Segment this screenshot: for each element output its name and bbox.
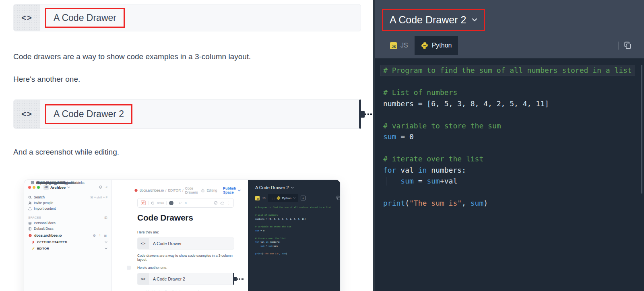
- embedded-screenshot: AR Archbee « Search ⌘ + shift + F Invite…: [24, 180, 340, 291]
- connector-dashed-line: [365, 114, 373, 115]
- sidebar-item-workspace[interactable]: docs.archbee.io ⚙ ⋮ ⊞: [28, 233, 107, 238]
- doc-badge[interactable]: P: [141, 200, 146, 205]
- collapse-sidebar-icon[interactable]: «: [105, 185, 107, 189]
- copy-icon[interactable]: [336, 196, 340, 200]
- connector-handle[interactable]: [360, 111, 365, 118]
- add-tab-button[interactable]: +: [301, 196, 305, 200]
- drawer-title[interactable]: A Code Drawer 2: [54, 109, 124, 120]
- sidebar-item-search[interactable]: Search ⌘ + shift + F: [28, 194, 107, 200]
- mini-doc-toolbar: P 0min 0 ⋮: [137, 198, 234, 208]
- code-area: # Program to find the sum of all numbers…: [375, 58, 644, 291]
- mini-code-block: # Program to find the sum of all numbers…: [255, 206, 340, 256]
- mini-breadcrumb: docs.archbee.io / EDITOR / Code Drawers …: [134, 186, 241, 194]
- code-icon: <>: [14, 100, 40, 128]
- code-icon: <>: [138, 238, 149, 249]
- avatar-icon: [28, 221, 32, 225]
- connector-dashed-line: [237, 279, 244, 280]
- chevron-down-icon: [105, 248, 107, 250]
- editing-status: Editing: [206, 188, 217, 192]
- screenshot-root: <> A Code Drawer Code drawers are a way …: [0, 0, 644, 291]
- chevron-down-icon: [293, 197, 295, 199]
- scrollbar[interactable]: [641, 65, 642, 194]
- mini-paragraph: Here's another one.: [137, 266, 241, 270]
- traffic-light-minimize[interactable]: [33, 186, 35, 189]
- traffic-light-close[interactable]: [28, 186, 31, 189]
- mini-tab-js[interactable]: JS: [262, 196, 266, 200]
- rocket-icon: [31, 240, 35, 244]
- check-circle-icon[interactable]: [214, 201, 218, 205]
- upload-icon: [28, 207, 32, 211]
- mini-doc-title[interactable]: Code Drawers: [137, 213, 241, 223]
- sidebar-section-spaces: SPACES ⊞: [28, 215, 107, 220]
- tab-js[interactable]: JS JS: [384, 36, 415, 55]
- divider: [137, 226, 234, 226]
- search-icon: [28, 196, 32, 199]
- drawer-selector[interactable]: A Code Drawer 2: [382, 9, 485, 31]
- app-name[interactable]: Archbee: [50, 185, 66, 190]
- code-icon: <>: [14, 4, 40, 31]
- views-icon: [179, 201, 182, 205]
- annotation-red-box: A Code Drawer 2: [45, 104, 132, 124]
- mini-editor: docs.archbee.io / EDITOR / Code Drawers …: [112, 180, 248, 291]
- divider: [618, 41, 619, 50]
- code-block: # Program to find the sum of all numbers…: [383, 65, 644, 209]
- archbee-mascot-icon: [28, 233, 32, 237]
- paragraph: Here's another one.: [13, 75, 80, 84]
- person-plus-icon: [28, 201, 32, 205]
- mini-code-panel: A Code Drawer 2 JS JS ⋮⋮ Python + # Prog…: [248, 180, 340, 291]
- tab-python[interactable]: Python: [415, 36, 458, 55]
- sidebar-section-getting-started[interactable]: GETTING STARTED: [28, 239, 107, 245]
- mini-drawer-selector[interactable]: A Code Drawer 2: [255, 185, 340, 190]
- code-icon: <>: [138, 273, 149, 285]
- panel-title: A Code Drawer 2: [390, 14, 466, 26]
- python-icon: [421, 42, 428, 49]
- mini-tab-python[interactable]: ⋮⋮ Python: [268, 194, 298, 202]
- sidebar-item-invite[interactable]: Invite people: [28, 200, 107, 206]
- bell-icon[interactable]: [99, 185, 103, 189]
- chevron-down-icon: [472, 18, 477, 22]
- python-icon: [277, 196, 281, 200]
- book-icon: [28, 227, 32, 231]
- lock-icon: [201, 188, 205, 192]
- kebab-menu-icon[interactable]: ⋮: [227, 201, 230, 205]
- mini-paragraph: Here they are:: [137, 230, 241, 234]
- sidebar-item-import[interactable]: Import content: [28, 206, 107, 211]
- js-icon: JS: [390, 42, 397, 49]
- publish-space-button[interactable]: Publish Space: [223, 186, 236, 194]
- mini-code-drawer-2[interactable]: <> A Code Drawer 2: [137, 273, 234, 285]
- copy-icon[interactable]: [623, 41, 632, 50]
- views-count: 0: [185, 201, 186, 205]
- sidebar-item-personal-docs[interactable]: Personal docs: [28, 220, 107, 226]
- paragraph: And a screenshot while editing.: [13, 148, 119, 157]
- document-editor: <> A Code Drawer Code drawers are a way …: [0, 0, 373, 291]
- add-space-icon[interactable]: ⊞: [104, 216, 107, 220]
- clock-icon: [151, 201, 155, 205]
- workspace-actions[interactable]: ⚙ ⋮ ⊞: [93, 234, 107, 237]
- page-icon: [31, 181, 34, 184]
- annotation-red-box: A Code Drawer: [45, 8, 125, 28]
- mini-code-drawer-1[interactable]: <> A Code Drawer: [137, 237, 234, 250]
- traffic-light-zoom[interactable]: [37, 186, 40, 189]
- mini-sidebar: AR Archbee « Search ⌘ + shift + F Invite…: [24, 180, 112, 291]
- search-shortcut: ⌘ + shift + F: [90, 196, 107, 199]
- mini-paragraph: Code drawers are a way to show code exam…: [137, 254, 241, 262]
- connector-handle[interactable]: [234, 277, 237, 281]
- sidebar-section-editor[interactable]: EDITOR: [28, 246, 107, 251]
- pencil-icon: [31, 247, 35, 250]
- sidebar-item-default-docs[interactable]: Default Docs: [28, 226, 107, 231]
- cloud-icon[interactable]: [220, 201, 225, 205]
- js-icon: JS: [255, 196, 260, 200]
- chevron-down-icon: [105, 241, 107, 243]
- chevron-down-icon: [238, 190, 241, 192]
- archbee-mascot-icon: [134, 188, 138, 192]
- drag-handle-icon[interactable]: ⋮⋮: [271, 197, 275, 200]
- chevron-down-icon: [291, 187, 294, 189]
- read-time: 0min: [157, 201, 164, 205]
- mini-tab-bar: JS JS ⋮⋮ Python +: [255, 194, 340, 202]
- drawer-title[interactable]: A Code Drawer: [54, 12, 116, 23]
- code-drawer-block-2[interactable]: <> A Code Drawer 2: [13, 99, 361, 129]
- paragraph: Code drawers are a way to show code exam…: [13, 52, 251, 61]
- code-drawer-block-1[interactable]: <> A Code Drawer: [13, 4, 361, 31]
- code-panel-header: A Code Drawer 2 JS JS Python: [375, 0, 644, 55]
- author-avatar[interactable]: [169, 201, 173, 205]
